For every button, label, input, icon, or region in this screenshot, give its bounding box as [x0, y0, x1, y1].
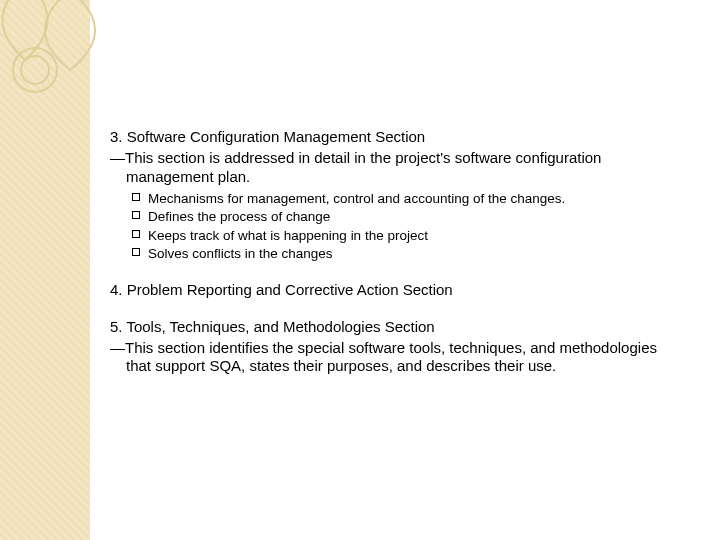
list-item: Mechanisms for management, control and a…	[132, 190, 680, 208]
section-3-subtitle: —This section is addressed in detail in …	[110, 149, 680, 187]
section-5: 5. Tools, Techniques, and Methodologies …	[110, 318, 680, 376]
section-3-bullets: Mechanisms for management, control and a…	[110, 190, 680, 263]
section-4: 4. Problem Reporting and Corrective Acti…	[110, 281, 680, 300]
list-item: Keeps track of what is happening in the …	[132, 227, 680, 245]
section-5-subtitle: —This section identifies the special sof…	[110, 339, 680, 377]
section-5-title: 5. Tools, Techniques, and Methodologies …	[110, 318, 680, 337]
section-4-title: 4. Problem Reporting and Corrective Acti…	[110, 281, 680, 300]
decorative-sidebar	[0, 0, 90, 540]
section-3: 3. Software Configuration Management Sec…	[110, 128, 680, 263]
section-3-title: 3. Software Configuration Management Sec…	[110, 128, 680, 147]
list-item: Defines the process of change	[132, 208, 680, 226]
list-item: Solves conflicts in the changes	[132, 245, 680, 263]
slide-content: 3. Software Configuration Management Sec…	[110, 128, 680, 394]
